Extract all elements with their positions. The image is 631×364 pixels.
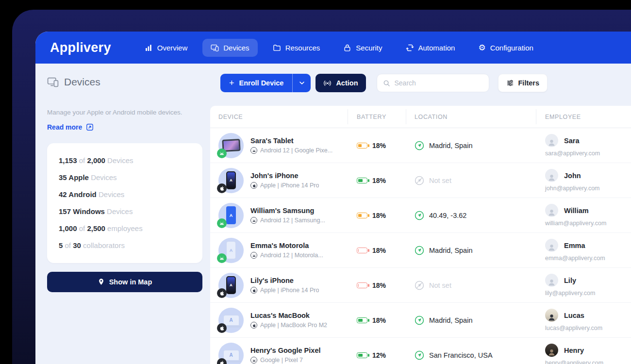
os-icon (250, 182, 257, 189)
device-thumbnail: A (218, 203, 244, 228)
battery-icon (357, 282, 367, 288)
device-details: Android 12 | Motorola... (260, 252, 323, 259)
battery-cell: 18% (348, 316, 406, 324)
nav-item-devices[interactable]: Devices (202, 39, 257, 57)
device-details: Apple | MacBook Pro M2 (260, 322, 327, 329)
os-icon (250, 147, 257, 154)
device-subtitle: Android 12 | Google Pixe... (250, 147, 332, 154)
nav-label: Automation (418, 44, 455, 52)
battery-icon (357, 352, 367, 358)
os-icon (250, 322, 257, 329)
device-name: Henry's Google Pixel (250, 347, 320, 354)
employee-name: Lucas (564, 312, 584, 319)
location-value: Not set (429, 281, 451, 289)
device-image: A (226, 171, 236, 189)
table-row[interactable]: A Emma's Motorola (210, 233, 631, 268)
device-name: Lucas's MacBook (250, 312, 327, 319)
employee-name: William (564, 207, 589, 215)
location-cell: 40.49, -3.62 (406, 211, 536, 220)
battery-icon (357, 248, 367, 253)
page-title: Devices (47, 76, 202, 88)
device-details: Android 12 | Google Pixe... (260, 147, 332, 154)
column-header-location: LOCATION (406, 106, 536, 128)
location-cell: Not set (406, 281, 536, 290)
filters-label: Filters (518, 79, 540, 87)
location-compass-icon (415, 281, 424, 290)
employee-name: Emma (564, 242, 585, 249)
device-name: Lily's iPhone (250, 277, 319, 284)
location-compass-icon (415, 315, 424, 325)
table-row[interactable]: A Sara's Tablet (210, 128, 631, 163)
filters-button[interactable]: Filters (498, 74, 548, 92)
nav-item-overview[interactable]: Overview (136, 39, 196, 57)
location-cell: Not set (406, 176, 536, 185)
enroll-device-dropdown-button[interactable] (292, 74, 311, 92)
employee-email: john@applivery.com (545, 185, 631, 192)
nav-label: Security (356, 44, 382, 52)
device-details: Android 12 | Samsung... (260, 217, 325, 224)
content-area: Devices Manage your Apple or Android mob… (35, 64, 631, 364)
person-icon (547, 208, 556, 217)
table-body: A Sara's Tablet (210, 128, 631, 364)
table-row[interactable]: A Lily's iPhone (210, 268, 631, 303)
device-subtitle: Apple | MacBook Pro M2 (250, 322, 327, 329)
battery-cell: 18% (348, 212, 406, 219)
employee-email: lucas@applivery.com (545, 325, 631, 331)
show-in-map-button[interactable]: Show in Map (47, 272, 202, 292)
employee-cell: Lucas lucas@applivery.com (536, 309, 631, 331)
device-details: Apple | iPhone 14 Pro (260, 287, 319, 294)
table-row[interactable]: A William's Samsung (210, 198, 631, 233)
battery-value: 18% (372, 142, 386, 149)
android-icon (252, 218, 256, 223)
show-in-map-label: Show in Map (109, 278, 152, 286)
os-icon (250, 287, 257, 294)
device-thumbnail: A (218, 273, 244, 298)
broadcast-icon (323, 79, 332, 87)
app-window: Applivery Overview Devices (35, 32, 631, 364)
devices-icon (211, 44, 219, 52)
employee-name: Sara (564, 137, 579, 145)
avatar (545, 274, 558, 287)
stat-row: 1,000 of 2,500 employees (59, 224, 191, 233)
employee-cell: Henry henry@applivery.com (536, 344, 631, 364)
chevron-down-icon (299, 80, 305, 86)
search-input[interactable] (395, 79, 483, 87)
person-icon (547, 173, 556, 182)
device-thumbnail: A (218, 238, 244, 263)
device-image: A (226, 206, 236, 224)
nav-item-security[interactable]: Security (335, 39, 390, 57)
device-subtitle: Android 12 | Motorola... (250, 252, 323, 259)
nav-label: Devices (223, 44, 249, 52)
table-row[interactable]: A Henry's Google Pixel (210, 338, 631, 364)
action-button[interactable]: Action (316, 74, 365, 92)
person-icon (547, 347, 556, 357)
nav-item-configuration[interactable]: ⚙ Configuration (470, 39, 541, 57)
bar-chart-icon (145, 44, 153, 52)
apple-icon (252, 288, 256, 293)
device-cell: A Lucas's MacBook (210, 308, 348, 333)
nav-label: Overview (157, 44, 188, 52)
location-value: 40.49, -3.62 (429, 212, 466, 219)
android-icon (219, 255, 225, 261)
device-info: Emma's Motorola Android 12 | Mot (250, 242, 323, 259)
table-row[interactable]: A Lucas's MacBook (210, 303, 631, 338)
device-stats-card: 1,153 of 2,000 Devices35 Apple Devices42… (47, 143, 202, 263)
devices-icon (47, 77, 59, 87)
nav-item-automation[interactable]: Automation (398, 39, 464, 57)
device-thumbnail: A (218, 168, 244, 193)
applivery-logo: Applivery (50, 40, 111, 55)
nav-item-resources[interactable]: Resources (265, 39, 329, 57)
device-image: A (226, 241, 236, 259)
battery-value: 12% (372, 351, 386, 359)
read-more-link[interactable]: Read more (47, 123, 94, 131)
enroll-device-button[interactable]: + Enroll Device (220, 74, 292, 92)
battery-icon (357, 317, 367, 323)
avatar (545, 344, 558, 357)
location-value: Madrid, Spain (429, 142, 472, 149)
avatar (545, 204, 558, 217)
employee-name: John (564, 172, 581, 180)
apple-icon (219, 325, 225, 331)
table-row[interactable]: A John's iPhone (210, 163, 631, 198)
filters-icon (506, 79, 514, 87)
device-name: William's Samsung (250, 207, 325, 215)
